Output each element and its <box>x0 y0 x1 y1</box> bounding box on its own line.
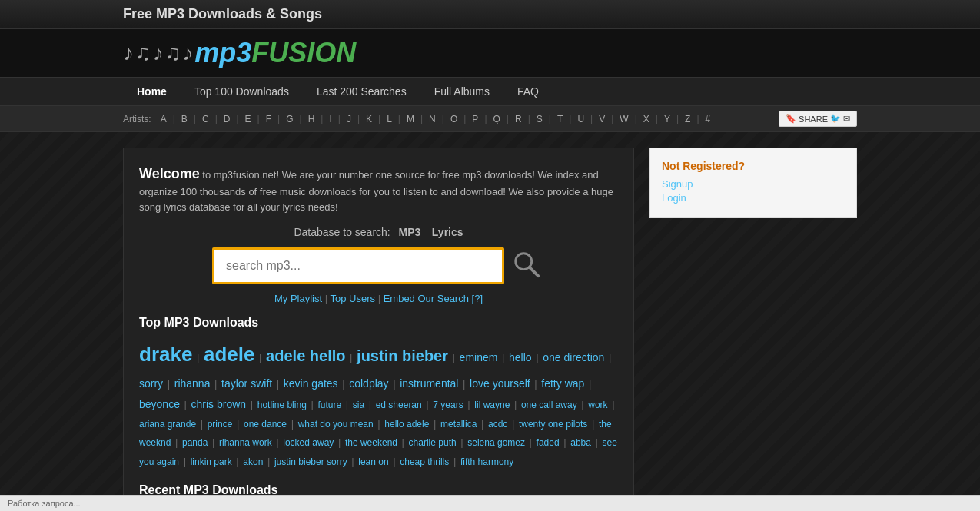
artist-letter-t[interactable]: T <box>554 112 566 126</box>
tag-separator: | <box>499 352 507 363</box>
artist-letter-b[interactable]: B <box>178 112 191 126</box>
tag-item[interactable]: linkin park <box>191 456 232 467</box>
tag-item[interactable]: rihanna <box>174 377 211 390</box>
nav-albums[interactable]: Full Albums <box>420 78 503 105</box>
tag-item[interactable]: instrumental <box>400 377 458 390</box>
artist-letter-p[interactable]: P <box>469 112 481 126</box>
my-playlist-link[interactable]: My Playlist <box>274 293 322 304</box>
tag-separator: | <box>274 436 282 448</box>
tag-item[interactable]: hello <box>509 351 532 363</box>
tag-item[interactable]: justin bieber sorry <box>274 456 347 467</box>
artist-letter-w[interactable]: W <box>616 112 631 126</box>
right-sidebar: Not Registered? Signup Login <box>649 148 857 511</box>
tag-item[interactable]: akon <box>243 456 263 467</box>
login-link[interactable]: Login <box>662 192 845 204</box>
top-users-link[interactable]: Top Users <box>331 293 376 304</box>
tag-item[interactable]: ariana grande <box>139 419 196 430</box>
embed-search-link[interactable]: Embed Our Search [?] <box>384 293 483 304</box>
tag-item[interactable]: adele <box>204 343 255 366</box>
artist-letter-g[interactable]: G <box>283 112 296 126</box>
tag-item[interactable]: 7 years <box>433 400 463 410</box>
tag-item[interactable]: abba <box>570 437 591 448</box>
tag-item[interactable]: future <box>317 400 341 410</box>
tag-item[interactable]: hotline bling <box>257 400 307 410</box>
artist-letter-s[interactable]: S <box>533 112 546 126</box>
tag-item[interactable]: panda <box>182 437 208 448</box>
nav-faq[interactable]: FAQ <box>503 78 553 105</box>
artist-letter-n[interactable]: N <box>426 112 439 126</box>
artist-letter-h[interactable]: H <box>305 112 318 126</box>
artist-letter-c[interactable]: C <box>199 112 212 126</box>
nav-last200[interactable]: Last 200 Searches <box>303 78 420 105</box>
artist-letter-hash[interactable]: # <box>703 112 714 126</box>
db-lyrics-tab[interactable]: Lyrics <box>432 226 463 238</box>
tag-item[interactable]: faded <box>537 437 560 448</box>
artist-letter-f[interactable]: F <box>263 112 274 126</box>
artist-letter-r[interactable]: R <box>512 112 525 126</box>
tag-item[interactable]: taylor swift <box>221 377 272 390</box>
tag-item[interactable]: adele hello <box>266 347 345 364</box>
db-mp3-tab[interactable]: MP3 <box>399 226 421 238</box>
tag-item[interactable]: love yourself <box>470 377 530 390</box>
tag-item[interactable]: what do you mean <box>298 419 374 430</box>
tag-separator: | <box>349 456 357 467</box>
tag-separator: | <box>478 418 487 430</box>
artist-letter-l[interactable]: L <box>384 112 395 126</box>
tag-separator: | <box>211 378 220 390</box>
tag-item[interactable]: locked away <box>283 437 334 448</box>
share-button[interactable]: 🔖 SHARE 🐦 ✉ <box>779 111 857 127</box>
tag-item[interactable]: hello adele <box>384 419 429 430</box>
signup-link[interactable]: Signup <box>662 178 845 190</box>
tag-item[interactable]: ed sheeran <box>376 400 422 410</box>
artist-letter-q[interactable]: Q <box>490 112 503 126</box>
tag-separator: | <box>340 378 348 390</box>
search-button[interactable] <box>508 246 545 285</box>
nav-top100[interactable]: Top 100 Downloads <box>181 78 303 105</box>
artist-letter-i[interactable]: I <box>326 112 334 126</box>
artist-letter-m[interactable]: M <box>404 112 417 126</box>
tag-item[interactable]: sia <box>353 400 364 410</box>
tag-item[interactable]: selena gomez <box>467 437 525 448</box>
tag-item[interactable]: prince <box>208 419 233 430</box>
tag-item[interactable]: fetty wap <box>541 377 584 390</box>
artist-letter-d[interactable]: D <box>221 112 234 126</box>
tag-separator: | <box>450 456 459 467</box>
search-input[interactable] <box>212 247 504 284</box>
tag-item[interactable]: cheap thrills <box>400 456 449 467</box>
tag-item[interactable]: lil wayne <box>474 400 510 410</box>
tag-item[interactable]: metallica <box>440 419 477 430</box>
artist-letter-j[interactable]: J <box>344 112 354 126</box>
nav-home[interactable]: Home <box>123 78 181 105</box>
tag-item[interactable]: work <box>588 400 607 410</box>
tag-item[interactable]: drake <box>139 343 192 366</box>
tag-item[interactable]: justin bieber <box>357 347 448 364</box>
tag-item[interactable]: eminem <box>460 351 498 363</box>
tag-item[interactable]: charlie puth <box>409 437 457 448</box>
search-icon <box>512 250 541 279</box>
tag-item[interactable]: sorry <box>139 377 163 390</box>
tag-item[interactable]: kevin gates <box>284 377 338 390</box>
artist-letter-x[interactable]: X <box>640 112 653 126</box>
tag-item[interactable]: lean on <box>358 456 388 467</box>
tag-item[interactable]: acdc <box>488 419 507 430</box>
artist-letter-e[interactable]: E <box>242 112 254 126</box>
tag-item[interactable]: beyonce <box>139 398 180 410</box>
tag-item[interactable]: fifth harmony <box>460 456 513 467</box>
artist-letter-o[interactable]: O <box>447 112 460 126</box>
artist-letter-a[interactable]: A <box>158 112 170 126</box>
tag-item[interactable]: one dance <box>244 419 287 430</box>
artist-letter-y[interactable]: Y <box>661 112 673 126</box>
tag-separator: | <box>375 418 384 430</box>
tag-item[interactable]: coldplay <box>349 377 388 390</box>
tag-item[interactable]: rihanna work <box>219 437 272 448</box>
tag-item[interactable]: one call away <box>521 400 577 410</box>
artist-letter-u[interactable]: U <box>574 112 587 126</box>
tag-item[interactable]: the weekend <box>345 437 397 448</box>
artist-letter-v[interactable]: V <box>596 112 608 126</box>
tag-separator: | <box>610 399 615 410</box>
tag-item[interactable]: twenty one pilots <box>519 419 587 430</box>
artist-letter-k[interactable]: K <box>363 112 375 126</box>
tag-item[interactable]: one direction <box>543 351 604 363</box>
tag-item[interactable]: chris brown <box>191 398 247 410</box>
artist-letter-z[interactable]: Z <box>682 112 693 126</box>
